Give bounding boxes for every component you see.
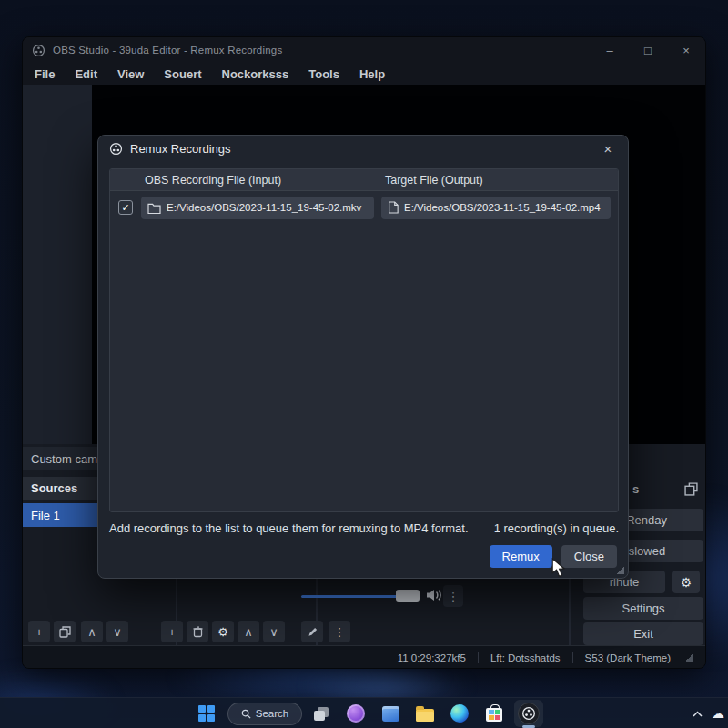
dialog-close-action-button[interactable]: Close <box>561 545 617 568</box>
menu-tools[interactable]: Tools <box>298 67 349 81</box>
mixer-menu-button[interactable]: ⋮ <box>329 621 350 642</box>
file-icon <box>388 201 399 214</box>
files-app-icon <box>382 706 399 722</box>
source-down-button[interactable]: ∨ <box>263 621 285 642</box>
menu-file[interactable]: File <box>25 67 65 81</box>
pencil-icon <box>307 626 318 638</box>
task-view-button[interactable] <box>306 698 337 728</box>
minimize-button[interactable]: – <box>591 37 629 63</box>
popout-icon[interactable] <box>684 482 698 496</box>
onedrive-cloud-icon[interactable]: ☁ <box>712 706 724 721</box>
menu-nockorksss[interactable]: Nockorksss <box>212 67 299 81</box>
copy-icon <box>59 626 71 638</box>
scene-up-button[interactable]: ∧ <box>81 621 103 642</box>
remux-table: OBS Recording File (Input) Target File (… <box>109 168 619 512</box>
file-explorer-button[interactable] <box>410 698 440 728</box>
status-stats: 11 0:29:327kf5 <box>386 652 478 663</box>
maximize-button[interactable]: □ <box>629 37 667 63</box>
source-up-button[interactable]: ∧ <box>238 621 259 642</box>
exit-button[interactable]: Exit <box>583 622 703 645</box>
row-checkbox[interactable]: ✓ <box>118 200 133 215</box>
settings-button[interactable]: Settings <box>583 597 703 620</box>
input-file-field[interactable]: E:/Videos/OBS/2023-11-15_19-45-02.mkv <box>141 197 374 219</box>
chat-app-button[interactable] <box>340 698 371 728</box>
folder-icon <box>416 709 434 722</box>
queue-status-text: 1 recording(s) in queue. <box>494 521 619 535</box>
dialog-titlebar[interactable]: Remux Recordings × <box>98 136 628 161</box>
search-label: Search <box>256 708 288 719</box>
menu-help[interactable]: Help <box>349 67 395 81</box>
menu-edit[interactable]: Edit <box>65 67 107 81</box>
input-file-path: E:/Videos/OBS/2023-11-15_19-45-02.mkv <box>167 202 361 213</box>
controls-dock-title-fragment: s <box>632 482 639 496</box>
taskbar-search[interactable]: Search <box>228 703 302 725</box>
dialog-title: Remux Recordings <box>130 142 231 156</box>
obs-logo-icon <box>32 44 46 57</box>
check-icon: ✓ <box>121 202 129 214</box>
output-file-field[interactable]: E:/Videos/OBS/2023-11-15_19-45-02.mp4 <box>381 197 611 219</box>
store-icon <box>486 708 502 722</box>
close-button[interactable]: × <box>667 37 705 63</box>
dialog-resize-grip[interactable] <box>616 566 624 574</box>
tray-chevron-up-icon[interactable] <box>693 711 703 717</box>
dialog-close-button[interactable]: × <box>599 139 617 157</box>
table-row: ✓ E:/Videos/OBS/2023-11-15_19-45-02.mkv … <box>110 191 618 224</box>
taskbar: Search <box>0 697 728 728</box>
output-column-header: Target File (Output) <box>381 174 618 187</box>
speaker-icon[interactable] <box>425 587 443 603</box>
status-info: Lft: Dotsshatds <box>478 652 572 663</box>
remove-source-button[interactable] <box>187 621 208 642</box>
source-properties-button[interactable]: ⚙ <box>212 621 234 642</box>
folder-icon <box>147 202 161 214</box>
table-header-row: OBS Recording File (Input) Target File (… <box>110 169 618 191</box>
add-source-button[interactable]: + <box>161 621 183 642</box>
mixer-options-button[interactable]: ⋮ <box>443 585 463 607</box>
edit-transition-button[interactable] <box>301 621 323 642</box>
status-bar: 11 0:29:327kf5 Lft: Dotsshatds S53 (Dark… <box>23 645 705 669</box>
obs-taskbar-button[interactable] <box>513 698 544 728</box>
status-theme: S53 (Dark Theme) <box>572 652 682 663</box>
virtual-camera-config-button[interactable]: ⚙ <box>672 571 700 593</box>
task-view-icon <box>314 707 329 721</box>
obs-taskbar-icon <box>518 703 540 724</box>
edge-icon <box>450 704 469 723</box>
remux-button[interactable]: Remux <box>490 545 552 568</box>
obs-logo-icon <box>109 142 123 156</box>
left-dock-strip <box>23 85 92 444</box>
trash-icon <box>192 626 204 638</box>
files-app-button[interactable] <box>375 698 406 728</box>
scene-down-button[interactable]: ∨ <box>106 621 128 642</box>
remux-dialog: Remux Recordings × OBS Recording File (I… <box>97 135 629 579</box>
window-title: OBS Studio - 39uda Editor - Remux Record… <box>53 45 282 56</box>
dialog-hint-text: Add recordings to the list to queue them… <box>109 521 469 535</box>
menu-souert[interactable]: Souert <box>154 67 211 81</box>
edge-browser-button[interactable] <box>444 698 475 728</box>
add-scene-button[interactable]: + <box>28 621 50 642</box>
start-button[interactable] <box>193 698 224 728</box>
search-icon <box>241 709 251 719</box>
store-button[interactable] <box>479 698 510 728</box>
volume-slider-handle[interactable] <box>396 590 420 602</box>
chat-icon <box>347 704 365 723</box>
windows-logo-icon <box>198 705 215 722</box>
menu-view[interactable]: View <box>107 67 154 81</box>
desktop: OBS Studio - 39uda Editor - Remux Record… <box>0 0 728 728</box>
output-file-path: E:/Videos/OBS/2023-11-15_19-45-02.mp4 <box>404 202 601 213</box>
input-column-header: OBS Recording File (Input) <box>141 174 381 187</box>
mouse-cursor <box>551 558 565 578</box>
menu-bar: File Edit View Souert Nockorksss Tools H… <box>23 63 705 85</box>
window-resize-grip[interactable] <box>684 654 693 662</box>
window-titlebar[interactable]: OBS Studio - 39uda Editor - Remux Record… <box>23 37 705 63</box>
copy-scene-button[interactable] <box>54 621 76 642</box>
